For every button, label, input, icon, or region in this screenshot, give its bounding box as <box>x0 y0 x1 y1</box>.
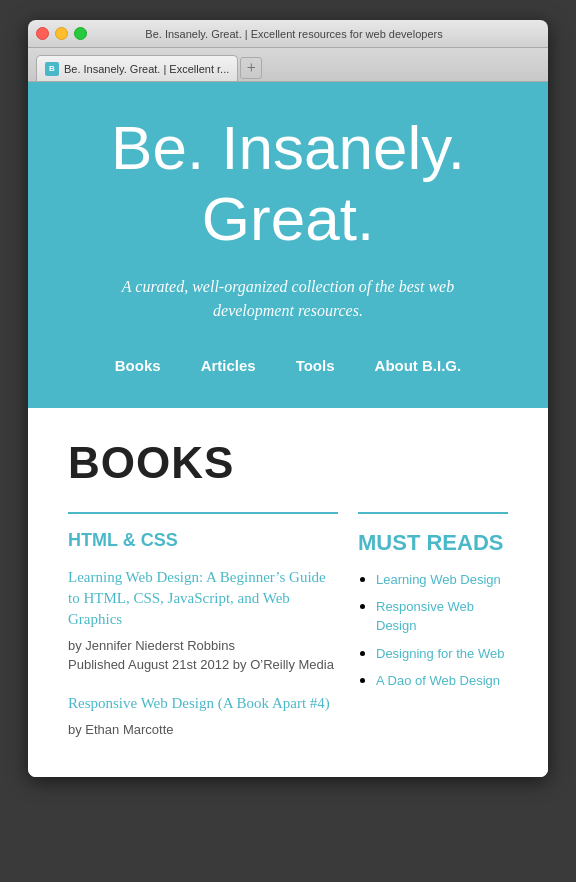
html-css-column: HTML & CSS Learning Web Design: A Beginn… <box>68 512 338 758</box>
tab-favicon: B <box>45 62 59 76</box>
page-content: Be. Insanely. Great. A curated, well-org… <box>28 82 548 777</box>
nav-books[interactable]: Books <box>115 357 161 374</box>
tab-title: Be. Insanely. Great. | Excellent r... <box>64 63 229 75</box>
list-item: Designing for the Web <box>376 644 508 663</box>
must-reads-heading: MUST READS <box>358 530 508 556</box>
must-reads-list: Learning Web Design Responsive Web Desig… <box>358 570 508 690</box>
must-reads-column: MUST READS Learning Web Design Responsiv… <box>358 512 508 758</box>
html-css-heading: HTML & CSS <box>68 530 338 551</box>
browser-window: Be. Insanely. Great. | Excellent resourc… <box>28 20 548 777</box>
nav-articles[interactable]: Articles <box>201 357 256 374</box>
book-meta-1: by Jennifer Niederst Robbins Published A… <box>68 636 338 675</box>
content-columns: HTML & CSS Learning Web Design: A Beginn… <box>68 512 508 758</box>
titlebar: Be. Insanely. Great. | Excellent resourc… <box>28 20 548 48</box>
titlebar-title: Be. Insanely. Great. | Excellent resourc… <box>48 28 540 40</box>
list-item: Learning Web Design <box>376 570 508 589</box>
must-read-link-4[interactable]: A Dao of Web Design <box>376 673 500 688</box>
nav-about[interactable]: About B.I.G. <box>375 357 462 374</box>
book-meta-2: by Ethan Marcotte <box>68 720 338 740</box>
list-item: Responsive Web Design <box>376 597 508 635</box>
book-link-1[interactable]: Learning Web Design: A Beginner’s Guide … <box>68 567 338 630</box>
main-nav: Books Articles Tools About B.I.G. <box>68 347 508 378</box>
main-content: BOOKS HTML & CSS Learning Web Design: A … <box>28 408 548 778</box>
hero-subtitle: A curated, well-organized collection of … <box>108 275 468 323</box>
must-read-link-3[interactable]: Designing for the Web <box>376 646 504 661</box>
nav-tools[interactable]: Tools <box>296 357 335 374</box>
hero-section: Be. Insanely. Great. A curated, well-org… <box>28 82 548 408</box>
book-link-2[interactable]: Responsive Web Design (A Book Apart #4) <box>68 693 338 714</box>
list-item: A Dao of Web Design <box>376 671 508 690</box>
tabbar: B Be. Insanely. Great. | Excellent r... … <box>28 48 548 82</box>
books-heading: BOOKS <box>68 438 508 488</box>
must-read-link-1[interactable]: Learning Web Design <box>376 572 501 587</box>
active-tab[interactable]: B Be. Insanely. Great. | Excellent r... <box>36 55 238 81</box>
new-tab-button[interactable]: + <box>240 57 262 79</box>
hero-title: Be. Insanely. Great. <box>68 112 508 255</box>
must-read-link-2[interactable]: Responsive Web Design <box>376 599 474 633</box>
